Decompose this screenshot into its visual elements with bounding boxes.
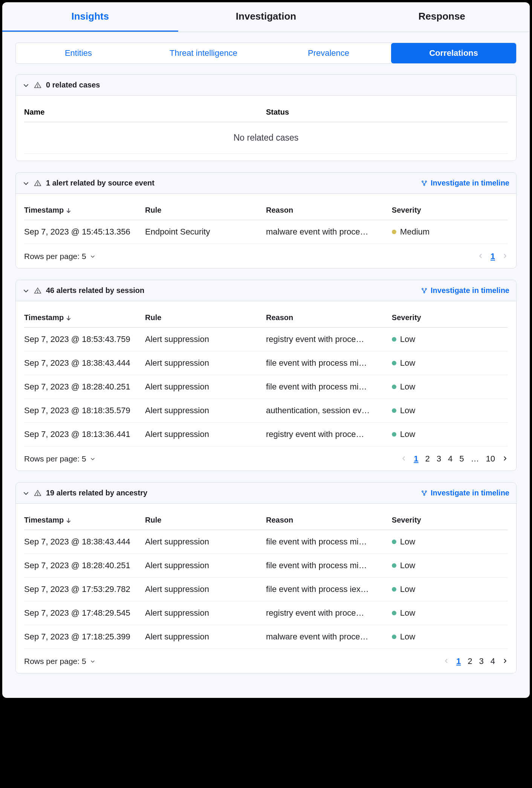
col-reason[interactable]: Reason (266, 516, 392, 524)
svg-line-16 (424, 290, 426, 292)
svg-point-21 (425, 491, 427, 492)
page-ellipsis: … (471, 454, 479, 464)
investigate-label: Investigate in timeline (431, 489, 509, 497)
col-rule[interactable]: Rule (145, 313, 266, 322)
cell-severity: Low (392, 429, 508, 439)
col-reason[interactable]: Reason (266, 313, 392, 322)
page-prev-icon[interactable] (443, 658, 449, 664)
col-timestamp[interactable]: Timestamp (24, 206, 145, 215)
table-row[interactable]: Sep 7, 2023 @ 18:38:43.444Alert suppress… (24, 530, 508, 554)
chevron-down-icon (90, 456, 95, 461)
page-2[interactable]: 2 (468, 656, 472, 666)
svg-point-4 (422, 181, 423, 182)
timeline-icon (421, 180, 428, 187)
investigate-label: Investigate in timeline (431, 179, 509, 187)
table-row[interactable]: Sep 7, 2023 @ 17:18:25.399Alert suppress… (24, 625, 508, 649)
tab-response[interactable]: Response (354, 2, 530, 32)
page-prev[interactable] (401, 454, 407, 463)
panel-title: 0 related cases (46, 81, 100, 89)
cell-timestamp: Sep 7, 2023 @ 18:53:43.759 (24, 334, 145, 344)
cell-timestamp: Sep 7, 2023 @ 18:13:36.441 (24, 429, 145, 439)
pagination: 1 (478, 251, 508, 261)
page-next-icon[interactable] (502, 253, 508, 259)
col-status[interactable]: Status (266, 108, 508, 117)
severity-dot-icon (392, 432, 396, 437)
cell-timestamp: Sep 7, 2023 @ 18:38:43.444 (24, 358, 145, 368)
page-1[interactable]: 1 (456, 656, 461, 666)
page-4[interactable]: 4 (491, 656, 495, 666)
col-severity[interactable]: Severity (392, 516, 508, 524)
page-prev[interactable] (478, 252, 484, 261)
cell-reason: registry event with proce… (266, 334, 392, 344)
subtab-entities[interactable]: Entities (16, 43, 141, 63)
rows-per-page-selector[interactable]: Rows per page: 5 (24, 657, 95, 666)
cell-reason: file event with process mi… (266, 358, 392, 368)
rows-per-page-selector[interactable]: Rows per page: 5 (24, 252, 95, 261)
page-next[interactable] (502, 252, 508, 261)
page-next-icon[interactable] (502, 455, 508, 461)
page-2[interactable]: 2 (425, 454, 430, 464)
table-row[interactable]: Sep 7, 2023 @ 18:13:36.441Alert suppress… (24, 423, 508, 446)
pagination: 1234 (443, 656, 508, 666)
investigate-in-timeline-link[interactable]: Investigate in timeline (421, 179, 509, 187)
page-10[interactable]: 10 (486, 454, 495, 464)
col-timestamp[interactable]: Timestamp (24, 313, 145, 322)
cell-rule: Alert suppression (145, 537, 266, 547)
col-rule[interactable]: Rule (145, 206, 266, 215)
page-3[interactable]: 3 (479, 656, 484, 666)
tab-insights[interactable]: Insights (2, 2, 178, 32)
page-next[interactable] (502, 454, 508, 463)
cell-reason: registry event with proce… (266, 608, 392, 618)
svg-line-7 (423, 182, 425, 184)
page-3[interactable]: 3 (437, 454, 441, 464)
page-prev-icon[interactable] (478, 253, 484, 259)
investigate-in-timeline-link[interactable]: Investigate in timeline (421, 286, 509, 295)
cell-severity: Low (392, 608, 508, 618)
chevron-down-icon[interactable] (23, 180, 29, 187)
svg-line-24 (424, 492, 426, 494)
page-4[interactable]: 4 (448, 454, 453, 464)
table-row[interactable]: Sep 7, 2023 @ 18:28:40.251Alert suppress… (24, 554, 508, 578)
chevron-down-icon[interactable] (23, 490, 29, 497)
page-1[interactable]: 1 (491, 251, 495, 261)
table-row[interactable]: Sep 7, 2023 @ 18:18:35.579Alert suppress… (24, 399, 508, 423)
col-severity[interactable]: Severity (392, 206, 508, 215)
table-row[interactable]: Sep 7, 2023 @ 17:48:29.545Alert suppress… (24, 601, 508, 625)
col-severity[interactable]: Severity (392, 313, 508, 322)
tab-investigation[interactable]: Investigation (178, 2, 354, 32)
cell-severity: Medium (392, 227, 508, 237)
col-name[interactable]: Name (24, 108, 266, 117)
page-5[interactable]: 5 (459, 454, 464, 464)
table-row[interactable]: Sep 7, 2023 @ 18:53:43.759Alert suppress… (24, 328, 508, 351)
rows-per-page-label: Rows per page: 5 (24, 454, 86, 463)
svg-point-11 (37, 292, 38, 292)
col-timestamp[interactable]: Timestamp (24, 516, 145, 524)
sort-down-icon (66, 518, 71, 523)
page-prev[interactable] (443, 657, 449, 666)
svg-point-22 (423, 494, 425, 495)
chevron-down-icon[interactable] (23, 82, 29, 89)
subtab-prevalence[interactable]: Prevalence (266, 43, 391, 63)
table-row[interactable]: Sep 7, 2023 @ 15:45:13.356Endpoint Secur… (24, 220, 508, 244)
warning-icon (34, 81, 41, 89)
table-row[interactable]: Sep 7, 2023 @ 17:53:29.782Alert suppress… (24, 578, 508, 601)
pagination: 12345…10 (401, 454, 508, 464)
svg-point-3 (37, 184, 38, 185)
investigate-in-timeline-link[interactable]: Investigate in timeline (421, 489, 509, 497)
page-prev-icon[interactable] (401, 455, 407, 461)
subtab-threat-intelligence[interactable]: Threat intelligence (141, 43, 266, 63)
page-next-icon[interactable] (502, 658, 508, 664)
cell-rule: Alert suppression (145, 584, 266, 594)
subtab-correlations[interactable]: Correlations (391, 43, 516, 63)
page-1[interactable]: 1 (414, 454, 418, 464)
svg-point-6 (423, 184, 425, 185)
cell-rule: Alert suppression (145, 632, 266, 642)
col-rule[interactable]: Rule (145, 516, 266, 524)
table-row[interactable]: Sep 7, 2023 @ 18:28:40.251Alert suppress… (24, 375, 508, 399)
col-reason[interactable]: Reason (266, 206, 392, 215)
page-next[interactable] (502, 657, 508, 666)
chevron-down-icon[interactable] (23, 287, 29, 294)
cell-timestamp: Sep 7, 2023 @ 17:48:29.545 (24, 608, 145, 618)
table-row[interactable]: Sep 7, 2023 @ 18:38:43.444Alert suppress… (24, 351, 508, 375)
rows-per-page-selector[interactable]: Rows per page: 5 (24, 454, 95, 463)
